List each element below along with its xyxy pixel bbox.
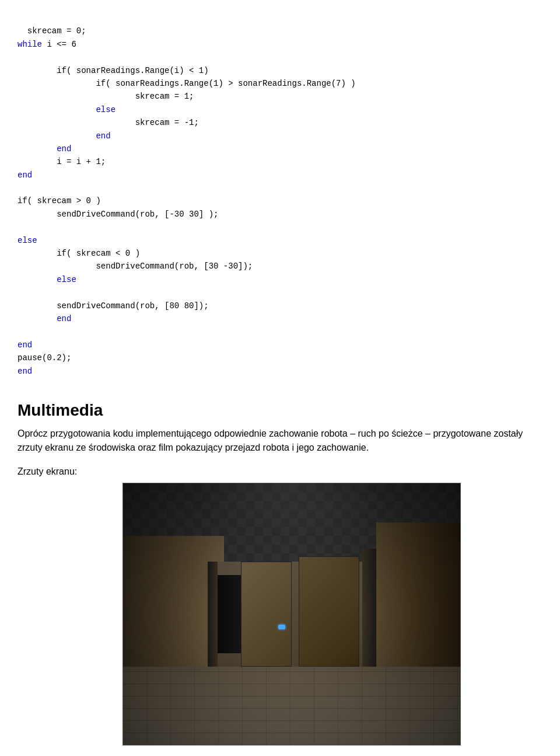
code-line-5: if( sonarReadings.Range(1) > sonarReadin… — [18, 79, 356, 88]
code-line-15: sendDriveCommand(rob, [-30 30] ); — [18, 210, 218, 219]
darkness-overlay — [123, 483, 460, 745]
code-line-6: skrecam = 1; — [18, 92, 194, 101]
code-line-23: end — [18, 314, 71, 323]
code-line-14: if( skrecam > 0 ) — [18, 196, 101, 205]
code-line-2: while i <= 6 — [18, 40, 76, 49]
screenshot-container — [123, 483, 461, 745]
code-line-9: end — [18, 131, 111, 141]
code-line-22: sendDriveCommand(rob, [80 80]); — [18, 301, 209, 311]
zrzuty-label: Zrzuty ekranu: — [18, 466, 542, 477]
code-line-10: end — [18, 144, 71, 154]
code-line-17: else — [18, 236, 37, 245]
code-line-1: skrecam = 0; — [27, 26, 86, 36]
code-line-18: if( skrecam < 0 ) — [18, 249, 140, 258]
multimedia-title: Multimedia — [18, 401, 542, 420]
code-line-26: pause(0.2); — [18, 353, 71, 363]
code-line-25: end — [18, 340, 32, 350]
multimedia-description: Oprócz przygotowania kodu implementujące… — [18, 427, 542, 455]
code-line-8: skrecam = -1; — [18, 118, 199, 127]
code-line-12: end — [18, 170, 32, 180]
game-screenshot — [123, 483, 461, 745]
code-line-27: end — [18, 367, 32, 376]
code-line-19: sendDriveCommand(rob, [30 -30]); — [18, 262, 253, 271]
code-line-20: else — [18, 275, 76, 284]
code-line-7: else — [18, 105, 116, 114]
multimedia-section: Multimedia Oprócz przygotowania kodu imp… — [18, 401, 542, 745]
code-line-11: i = i + 1; — [18, 157, 106, 166]
code-line-4: if( sonarReadings.Range(i) < 1) — [18, 66, 209, 75]
code-block: skrecam = 0; while i <= 6 if( sonarReadi… — [18, 12, 542, 378]
